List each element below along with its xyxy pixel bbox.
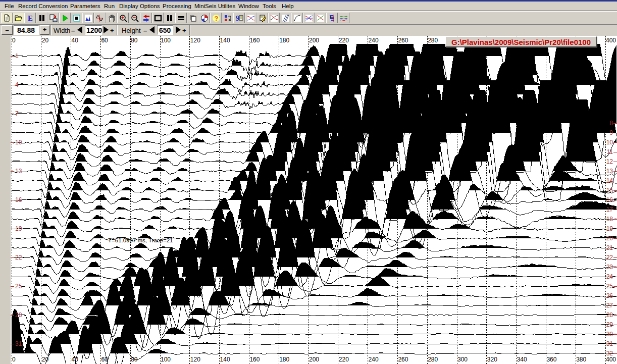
svg-text:26: 26 <box>606 292 613 299</box>
svg-text:29: 29 <box>606 321 613 328</box>
svg-text:180: 180 <box>279 37 289 44</box>
svg-text:360: 360 <box>546 356 556 363</box>
svg-text:240: 240 <box>369 37 379 44</box>
svg-text:140: 140 <box>220 37 230 44</box>
svg-text:22: 22 <box>606 254 613 261</box>
svg-text:60: 60 <box>101 37 108 44</box>
svg-text:340: 340 <box>517 356 527 363</box>
svg-text:220: 220 <box>339 356 349 363</box>
svg-text:20: 20 <box>606 235 613 242</box>
svg-text:19: 19 <box>15 225 22 232</box>
svg-text:200: 200 <box>309 356 319 363</box>
svg-text:9: 9 <box>236 15 239 22</box>
svg-text:180: 180 <box>279 356 289 363</box>
svg-text:15: 15 <box>606 187 613 194</box>
svg-text:16: 16 <box>15 196 22 203</box>
svg-text:10: 10 <box>15 139 22 146</box>
svg-text:14: 14 <box>606 177 613 184</box>
svg-text:13: 13 <box>606 168 613 175</box>
svg-text:260: 260 <box>398 356 408 363</box>
svg-text:9: 9 <box>609 129 613 136</box>
svg-text:18: 18 <box>606 216 613 223</box>
svg-text:10: 10 <box>606 139 613 146</box>
svg-text:120: 120 <box>190 37 200 44</box>
svg-text:31: 31 <box>606 340 613 347</box>
svg-text:280: 280 <box>428 37 438 44</box>
svg-text:32: 32 <box>606 350 613 357</box>
svg-text:25: 25 <box>606 283 613 290</box>
svg-text:24: 24 <box>606 273 613 280</box>
svg-text:300: 300 <box>457 356 468 363</box>
svg-text:240: 240 <box>369 356 379 363</box>
svg-text:260: 260 <box>398 37 408 44</box>
svg-text:23: 23 <box>606 264 613 271</box>
svg-text:120: 120 <box>190 356 200 363</box>
svg-text:140: 140 <box>220 356 230 363</box>
svg-text:20: 20 <box>42 356 49 363</box>
svg-text:0: 0 <box>12 356 16 363</box>
svg-text:320: 320 <box>487 356 497 363</box>
svg-text:280: 280 <box>428 356 438 363</box>
svg-text:4: 4 <box>15 81 19 88</box>
svg-text:22: 22 <box>15 254 22 261</box>
svg-text:8: 8 <box>609 120 613 127</box>
svg-text:31: 31 <box>15 340 22 347</box>
svg-text:27: 27 <box>606 302 613 309</box>
svg-text:7: 7 <box>15 110 19 117</box>
svg-text:28: 28 <box>15 311 22 319</box>
svg-text:1: 1 <box>15 53 19 60</box>
svg-text:30: 30 <box>606 331 613 338</box>
svg-text:0: 0 <box>12 37 16 44</box>
svg-text:160: 160 <box>249 356 260 363</box>
svg-text:80: 80 <box>131 37 138 44</box>
svg-text:100: 100 <box>161 356 171 363</box>
svg-text:220: 220 <box>339 37 349 44</box>
svg-text:28: 28 <box>606 311 613 319</box>
svg-text:400: 400 <box>606 356 616 363</box>
svg-text:E: E <box>28 14 33 22</box>
svg-text:T=61.0987 ms, Trace=21: T=61.0987 ms, Trace=21 <box>108 237 173 243</box>
svg-text:13: 13 <box>15 168 22 175</box>
svg-text:200: 200 <box>309 37 319 44</box>
svg-text:100: 100 <box>161 37 171 44</box>
svg-text:20: 20 <box>42 37 49 44</box>
svg-text:11: 11 <box>607 148 613 155</box>
svg-text:25: 25 <box>15 283 22 290</box>
svg-text:40: 40 <box>72 37 79 44</box>
svg-text:17: 17 <box>606 206 613 213</box>
svg-text:12: 12 <box>606 158 613 165</box>
svg-text:160: 160 <box>249 37 260 44</box>
svg-text:19: 19 <box>606 225 613 232</box>
svg-text:?: ? <box>215 15 219 22</box>
svg-text:380: 380 <box>576 356 586 363</box>
svg-text:400: 400 <box>606 37 616 44</box>
svg-text:21: 21 <box>606 244 613 251</box>
svg-text:16: 16 <box>606 196 613 203</box>
